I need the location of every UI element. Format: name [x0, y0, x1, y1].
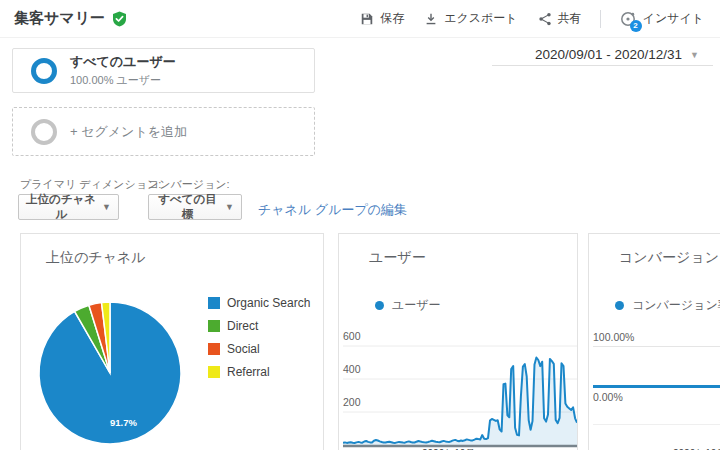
share-button[interactable]: 共有	[530, 6, 590, 31]
gridline-100pct	[593, 346, 720, 347]
verified-shield-icon	[112, 11, 127, 27]
chevron-down-icon: ▼	[690, 50, 699, 60]
segment-ring-icon	[31, 58, 57, 84]
pie-legend: Organic Search Direct Social Referral	[208, 296, 310, 379]
users-legend: ユーザー	[375, 297, 441, 314]
users-line-chart[interactable]	[343, 327, 577, 448]
export-label: エクスポート	[444, 10, 517, 27]
legend-swatch-direct	[208, 320, 220, 332]
toolbar-divider	[600, 10, 601, 28]
channels-pie-chart[interactable]: 91.7%	[35, 298, 185, 448]
pie-panel-title: 上位のチャネル	[46, 249, 146, 267]
ytick-100pct: 100.00%	[593, 331, 634, 343]
svg-text:91.7%: 91.7%	[110, 417, 137, 428]
legend-swatch-referral	[208, 366, 220, 378]
users-panel-title: ユーザー	[369, 249, 426, 267]
conversion-value: すべての目標	[156, 192, 219, 222]
insights-icon: 2	[619, 10, 637, 28]
primary-dimension-value: 上位のチャネル	[26, 192, 96, 222]
date-range-text: 2020/09/01 - 2020/12/31	[535, 47, 682, 62]
save-icon	[360, 12, 374, 26]
legend-label: Organic Search	[227, 296, 310, 310]
conversion-dropdown[interactable]: すべての目標 ▼	[148, 194, 242, 220]
insights-button[interactable]: 2 インサイト	[611, 6, 712, 32]
page-title: 集客サマリー	[14, 9, 105, 28]
segment-title: すべてのユーザー	[70, 53, 176, 71]
legend-label: Social	[227, 342, 260, 356]
share-icon	[538, 12, 552, 26]
conversions-panel: コンバージョン コンバージョン率 100.00% 0.00% 2020年10月	[588, 233, 720, 450]
header-bar: 集客サマリー 保存 エクスポート 共有	[0, 0, 720, 38]
date-range-selector[interactable]: 2020/09/01 - 2020/12/31 ▼	[492, 44, 713, 66]
caret-down-icon: ▼	[225, 202, 234, 212]
export-button[interactable]: エクスポート	[416, 6, 525, 31]
users-legend-label: ユーザー	[392, 297, 441, 314]
primary-dimension-dropdown[interactable]: 上位のチャネル ▼	[18, 194, 119, 220]
save-button[interactable]: 保存	[352, 6, 412, 31]
users-panel: ユーザー ユーザー 600 400 200 2020年10月	[338, 233, 578, 450]
conversions-legend-label: コンバージョン率	[632, 297, 720, 314]
gridline-low	[593, 424, 720, 425]
legend-item: Referral	[208, 365, 310, 379]
segment-ring-gray-icon	[31, 119, 57, 145]
legend-dot-icon	[375, 301, 384, 310]
ytick-0pct: 0.00%	[593, 391, 623, 403]
legend-swatch-social	[208, 343, 220, 355]
header-toolbar: 保存 エクスポート 共有 2 インサイト	[352, 0, 712, 37]
insights-badge: 2	[630, 20, 642, 32]
primary-dimension-label: プライマリ ディメンション:	[20, 177, 161, 192]
legend-item: Organic Search	[208, 296, 310, 310]
add-segment-button[interactable]: + セグメントを追加	[12, 107, 315, 156]
insights-label: インサイト	[643, 10, 704, 27]
segment-subtitle: 100.00% ユーザー	[70, 73, 176, 88]
edit-channel-group-link[interactable]: チャネル グループの編集	[258, 201, 407, 219]
legend-dot-icon	[615, 301, 624, 310]
conversion-label: コンバージョン:	[148, 177, 230, 192]
conversion-rate-line[interactable]	[593, 385, 720, 388]
legend-item: Social	[208, 342, 310, 356]
legend-item: Direct	[208, 319, 310, 333]
save-label: 保存	[380, 10, 404, 27]
legend-swatch-organic	[208, 297, 220, 309]
legend-label: Referral	[227, 365, 270, 379]
conversions-panel-title: コンバージョン	[619, 249, 719, 267]
download-icon	[424, 12, 438, 26]
caret-down-icon: ▼	[102, 202, 111, 212]
share-label: 共有	[558, 10, 582, 27]
conversions-legend: コンバージョン率	[615, 297, 720, 314]
legend-label: Direct	[227, 319, 258, 333]
top-channels-panel: 上位のチャネル 91.7% Organic Search Direct Soci…	[20, 233, 324, 450]
add-segment-label: + セグメントを追加	[70, 123, 187, 141]
segment-all-users[interactable]: すべてのユーザー 100.00% ユーザー	[12, 48, 315, 93]
